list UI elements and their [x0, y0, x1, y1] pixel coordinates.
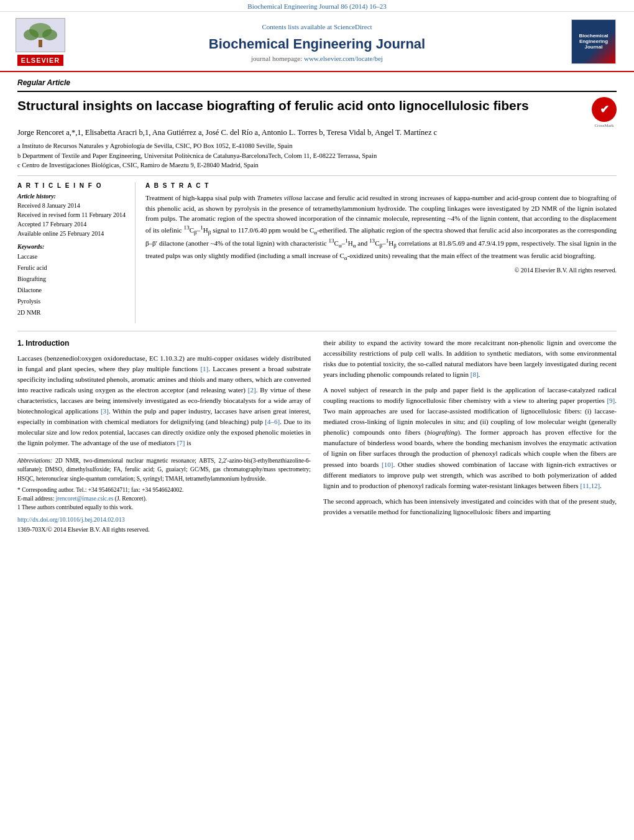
ref-2: [2]	[248, 386, 256, 394]
copyright-line: © 2014 Elsevier B.V. All rights reserved…	[145, 267, 617, 274]
keywords-group: Keywords: Laccase Ferulic acid Biografti…	[17, 243, 127, 318]
bej-logo-image: BiochemicalEngineeringJournal	[571, 19, 616, 64]
svg-rect-3	[39, 40, 42, 47]
available-date: Available online 25 February 2014	[17, 229, 127, 238]
ref-11-12: [11,12]	[580, 482, 600, 489]
keywords-title: Keywords:	[17, 243, 127, 250]
elsevier-wordmark: ELSEVIER	[17, 55, 63, 66]
ref-7: [7]	[177, 439, 185, 446]
equal-contrib-line: 1 These authors contributed equally to t…	[17, 503, 311, 512]
keyword-1: Laccase	[17, 251, 127, 262]
crossmark-badge: ✔ CrossMark	[592, 97, 617, 122]
intro-para-3: A novel subject of research in the pulp …	[323, 385, 617, 491]
main-content: Regular Article Structural insights on l…	[0, 72, 634, 540]
journal-header: ELSEVIER Contents lists available at Sci…	[0, 12, 634, 72]
corresponding-label: * Corresponding author. Tel.: +34 954662…	[17, 487, 183, 493]
doi-line[interactable]: http://dx.doi.org/10.1016/j.bej.2014.02.…	[17, 515, 311, 524]
keywords-list: Laccase Ferulic acid Biografting Dilacto…	[17, 251, 127, 318]
article-info-label: A R T I C L E I N F O	[17, 182, 127, 189]
ref-4-6: [4–6]	[265, 418, 280, 425]
ref-3: [3]	[101, 407, 109, 415]
contents-line: Contents lists available at ScienceDirec…	[81, 21, 553, 32]
affiliation-b: b Department of Textile and Paper Engine…	[17, 151, 617, 161]
sciencedirect-link[interactable]: ScienceDirect	[334, 23, 372, 30]
email-address[interactable]: jrencoret@irnase.csic.es	[56, 496, 114, 502]
affiliations: a Instituto de Recursos Naturales y Agro…	[17, 141, 617, 170]
abbreviations-text: 2D NMR, two-dimensional nuclear magnetic…	[17, 458, 311, 482]
article-history-title: Article history:	[17, 193, 127, 200]
intro-para-2: their ability to expand the activity tow…	[323, 338, 617, 380]
intro-para-4: The second approach, which has been inte…	[323, 496, 617, 517]
article-info-col: A R T I C L E I N F O Article history: R…	[17, 182, 136, 323]
journal-citation-bar: Biochemical Engineering Journal 86 (2014…	[0, 0, 634, 12]
elsevier-logo: ELSEVIER	[12, 17, 68, 66]
abbreviations-label: Abbreviations:	[17, 458, 52, 464]
ref-8: [8]	[471, 371, 479, 378]
body-col-left: 1. Introduction Laccases (benzenediol:ox…	[17, 338, 311, 534]
keyword-4: Dilactone	[17, 285, 127, 296]
journal-logo-right: BiochemicalEngineeringJournal	[566, 19, 622, 64]
svg-point-1	[24, 29, 39, 40]
email-suffix: (J. Rencoret).	[115, 496, 147, 502]
journal-title: Biochemical Engineering Journal	[81, 36, 553, 52]
received-date: Received 8 January 2014	[17, 201, 127, 210]
ref-10: [10]	[382, 461, 393, 468]
journal-homepage: journal homepage: www.elsevier.com/locat…	[81, 55, 553, 62]
article-title-section: Structural insights on laccase biografti…	[17, 91, 617, 122]
email-label: E-mail address:	[17, 496, 54, 502]
corresponding-author-line: * Corresponding author. Tel.: +34 954662…	[17, 486, 311, 494]
affiliation-a: a Instituto de Recursos Naturales y Agro…	[17, 141, 617, 151]
crossmark-label: CrossMark	[592, 123, 617, 128]
received-revised-date: Received in revised form 11 February 201…	[17, 210, 127, 219]
abstract-text: Treatment of high-kappa sisal pulp with …	[145, 193, 617, 263]
elsevier-tree-image	[16, 18, 65, 52]
article-history-group: Article history: Received 8 January 2014…	[17, 193, 127, 238]
keyword-6: 2D NMR	[17, 307, 127, 318]
authors: Jorge Rencoret a,*,1, Elisabetta Aracri …	[17, 127, 617, 139]
abstract-label: A B S T R A C T	[145, 182, 617, 189]
keyword-3: Biografting	[17, 274, 127, 285]
article-type: Regular Article	[17, 78, 617, 87]
abbreviations-line: Abbreviations: 2D NMR, two-dimensional n…	[17, 456, 311, 483]
body-two-col: 1. Introduction Laccases (benzenediol:ox…	[17, 338, 617, 534]
svg-point-2	[42, 29, 57, 40]
crossmark-icon: ✔	[592, 97, 617, 122]
intro-para-1: Laccases (benzenediol:oxygen oxidoreduct…	[17, 353, 311, 448]
info-abstract-row: A R T I C L E I N F O Article history: R…	[17, 175, 617, 323]
keyword-2: Ferulic acid	[17, 262, 127, 274]
issn-line: 1369-703X/© 2014 Elsevier B.V. All right…	[17, 525, 311, 534]
email-line: E-mail address: jrencoret@irnase.csic.es…	[17, 494, 311, 503]
abstract-col: A B S T R A C T Treatment of high-kappa …	[145, 182, 617, 323]
ref-1: [1]	[200, 365, 208, 372]
section-divider	[17, 331, 617, 331]
keyword-5: Pyrolysis	[17, 296, 127, 307]
accepted-date: Accepted 17 February 2014	[17, 219, 127, 229]
intro-heading: 1. Introduction	[17, 338, 311, 349]
article-title: Structural insights on laccase biografti…	[17, 97, 586, 114]
journal-citation: Biochemical Engineering Journal 86 (2014…	[247, 2, 386, 10]
homepage-url[interactable]: www.elsevier.com/locate/bej	[304, 55, 383, 62]
affiliation-c: c Centro de Investigaciones Biológicas, …	[17, 160, 617, 170]
body-col-right: their ability to expand the activity tow…	[323, 338, 617, 534]
footnotes-area: Abbreviations: 2D NMR, two-dimensional n…	[17, 453, 311, 534]
ref-9: [9]	[607, 397, 615, 404]
journal-title-center: Contents lists available at ScienceDirec…	[68, 21, 566, 62]
